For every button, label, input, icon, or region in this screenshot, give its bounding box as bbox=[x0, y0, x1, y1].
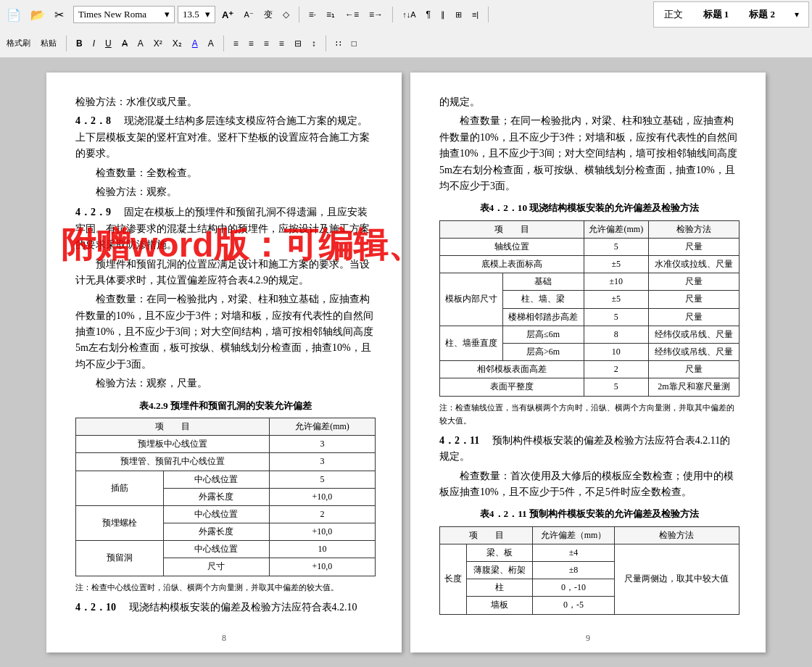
table-row: 模板内部尺寸 基础 ±10 尺量 bbox=[440, 273, 740, 291]
columns-button[interactable]: ⊟ bbox=[291, 36, 305, 51]
table-cell: ±5 bbox=[584, 291, 648, 308]
align-center-button[interactable]: ≡ bbox=[245, 36, 257, 51]
format-painter-button[interactable]: 格式刷 bbox=[3, 36, 34, 51]
line-spacing-button[interactable]: ↕ bbox=[308, 36, 320, 51]
table-429-col2-header: 允许偏差(mm) bbox=[269, 418, 375, 435]
table-cell: ±5 bbox=[584, 256, 648, 273]
more-icon-2[interactable]: ≡| bbox=[468, 8, 482, 21]
list-unordered-button[interactable]: ≡· bbox=[305, 7, 320, 22]
table-note-429: 注：检查中心线位置时，沿纵、横两个方向量测，并取其中偏差的较大值。 bbox=[75, 581, 376, 594]
table-cell: 5 bbox=[584, 308, 648, 326]
page-right: 的规定。 检查数量；在同一检验批内，对梁、柱和独立基础，应抽查构件数量的10%，… bbox=[410, 72, 766, 652]
list-ordered-button[interactable]: ≡₁ bbox=[323, 7, 339, 22]
section-428-method: 检验方法：观察。 bbox=[75, 184, 376, 200]
table-4211-title: 表4．2．11 预制构件模板安装的允许偏差及检验方法 bbox=[439, 506, 740, 521]
font-increase-button[interactable]: A⁺ bbox=[218, 7, 237, 22]
table-row: 底模上表面标高 ±5 水准仪或拉线、尺量 bbox=[440, 256, 740, 273]
table-cell: 0，-10 bbox=[533, 579, 614, 597]
align-justify-button[interactable]: ≡ bbox=[276, 36, 288, 51]
table-cell: 模板内部尺寸 bbox=[440, 273, 503, 326]
subscript-button[interactable]: X₂ bbox=[169, 36, 186, 51]
strikethrough-button[interactable]: A̶ bbox=[118, 36, 131, 51]
font-name-dropdown-icon[interactable]: ▾ bbox=[165, 9, 170, 20]
table-cell: 预留洞 bbox=[76, 541, 164, 576]
table-cell: ±4 bbox=[533, 544, 614, 561]
font-size-selector[interactable]: 13.5 ▾ bbox=[178, 6, 215, 23]
table-cell: 柱 bbox=[467, 579, 533, 597]
table-row: 预埋螺栓 中心线位置 2 bbox=[76, 505, 376, 523]
table-cell: 5 bbox=[584, 238, 648, 255]
para-mark-button[interactable]: ¶ bbox=[422, 7, 434, 22]
table-row: 预埋管、预留孔中心线位置 3 bbox=[76, 453, 376, 471]
superscript-button[interactable]: X² bbox=[150, 36, 166, 51]
table-cell: 尺寸 bbox=[163, 558, 269, 576]
underline-button[interactable]: U bbox=[102, 36, 115, 51]
table-4210-col1-header: 项 目 bbox=[440, 220, 584, 238]
section-429-num: 4．2．9 bbox=[75, 207, 121, 218]
table-4211-col2-header: 允许偏差（mm） bbox=[533, 526, 614, 544]
table-cell: 梁、板 bbox=[467, 544, 533, 561]
sort-button[interactable]: ↑↓A bbox=[399, 8, 419, 21]
table-4211-col3-header: 检验方法 bbox=[614, 526, 739, 544]
table-cell: 外露长度 bbox=[163, 488, 269, 505]
align-left-button[interactable]: ≡ bbox=[230, 36, 242, 51]
indent-decrease-button[interactable]: ←≡ bbox=[341, 7, 362, 22]
open-doc-button[interactable]: 📂 bbox=[27, 6, 49, 24]
text-intro: 的规定。 bbox=[439, 94, 740, 110]
table-cell: 10 bbox=[584, 343, 648, 360]
section-428-num: 4．2．8 bbox=[75, 115, 121, 126]
table-cell: 8 bbox=[584, 326, 648, 343]
table-row: 表面平整度 5 2m靠尺和塞尺量测 bbox=[440, 378, 740, 396]
highlight-button[interactable]: A bbox=[188, 36, 202, 51]
italic-button[interactable]: I bbox=[89, 36, 99, 51]
section-428-heading: 4．2．8 现浇混凝土结构多层连续支模应符合施工方案的规定。上下层模板支架的竖杆… bbox=[75, 113, 376, 162]
font-decrease-button[interactable]: A⁻ bbox=[240, 8, 257, 22]
table-row: 轴线位置 5 尺量 bbox=[440, 238, 740, 255]
check-method-line: 检验方法：水准仪或尺量。 bbox=[75, 94, 376, 110]
border-style-button[interactable]: □ bbox=[348, 36, 360, 51]
table-cell: 表面平整度 bbox=[440, 378, 584, 396]
table-4210-col3-header: 检验方法 bbox=[649, 220, 740, 238]
indent-increase-button[interactable]: ≡→ bbox=[365, 7, 386, 22]
table-cell: 5 bbox=[584, 378, 648, 396]
section-428-check: 检查数量：全数检查。 bbox=[75, 165, 376, 181]
cut-button[interactable]: ✂ bbox=[51, 6, 67, 24]
table-cell: 楼梯相邻踏步高差 bbox=[502, 308, 584, 326]
toolbar-icons-group: 📄 📂 ✂ bbox=[3, 6, 67, 24]
clear-format-button[interactable]: ◇ bbox=[279, 7, 293, 22]
bold-button[interactable]: B bbox=[72, 36, 86, 51]
style-normal[interactable]: 正文 bbox=[660, 7, 687, 22]
table-cell: 5 bbox=[269, 471, 375, 488]
align-right-button[interactable]: ≡ bbox=[260, 36, 273, 51]
styles-expand-button[interactable]: ▾ bbox=[791, 7, 803, 22]
table-cell: 尺量 bbox=[649, 238, 740, 255]
table-4211: 项 目 允许偏差（mm） 检验方法 长度 梁、板 ±4 尺量两侧边，取其中较大值… bbox=[439, 526, 740, 615]
style-heading2[interactable]: 标题 2 bbox=[745, 7, 779, 22]
paste-button[interactable]: 粘贴 bbox=[37, 36, 60, 51]
border-button[interactable]: ⊞ bbox=[452, 8, 465, 22]
section-4211-num: 4．2．11 bbox=[439, 435, 489, 446]
font-color-button[interactable]: A bbox=[134, 36, 147, 51]
char-spacing-button[interactable]: 变 bbox=[260, 7, 276, 23]
table-429-title: 表4.2.9 预埋件和预留孔洞的安装允许偏差 bbox=[75, 398, 376, 413]
table-cell: 尺量 bbox=[649, 273, 740, 291]
section-429-check: 检查数量：在同一检验批内，对梁、柱和独立基础，应抽查构件数量的10%，且不应少于… bbox=[75, 291, 376, 373]
section-4210-body: 现浇结构模板安装的偏差及检验方法应符合表4.2.10 bbox=[129, 602, 357, 613]
table-cell: 2 bbox=[584, 361, 648, 378]
font-name-selector[interactable]: Times New Roma ▾ bbox=[73, 6, 175, 23]
more-icon-1[interactable]: ∥ bbox=[437, 8, 449, 22]
table-4211-col1-header: 项 目 bbox=[440, 526, 533, 544]
font-name-label: Times New Roma bbox=[78, 9, 146, 20]
font-size-dropdown-icon[interactable]: ▾ bbox=[205, 9, 210, 20]
table-cell: 墙板 bbox=[467, 597, 533, 614]
table-row: 长度 梁、板 ±4 尺量两侧边，取其中较大值 bbox=[440, 544, 740, 561]
table-cell: 中心线位置 bbox=[163, 471, 269, 488]
new-doc-button[interactable]: 📄 bbox=[3, 6, 25, 24]
table-4210: 项 目 允许偏差(mm) 检验方法 轴线位置 5 尺量 底模上表面标高 ±5 水… bbox=[439, 220, 740, 397]
shading-button[interactable]: ∷ bbox=[332, 36, 345, 51]
style-heading1[interactable]: 标题 1 bbox=[699, 7, 734, 22]
table-cell: 尺量 bbox=[649, 291, 740, 308]
table-cell: 预埋管、预留孔中心线位置 bbox=[76, 453, 270, 471]
text-bg-button[interactable]: A bbox=[204, 36, 218, 51]
table-cell: 外露长度 bbox=[163, 523, 269, 541]
